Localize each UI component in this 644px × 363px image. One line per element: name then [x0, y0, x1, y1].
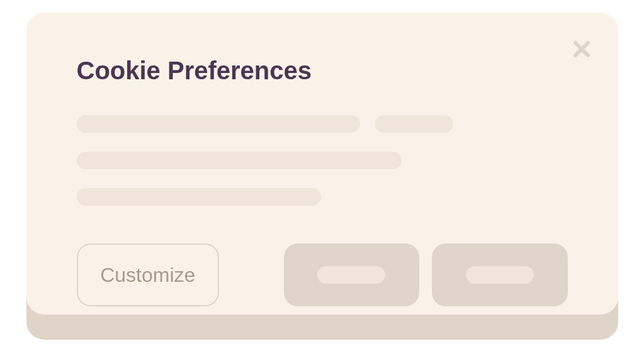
skeleton-row — [77, 188, 568, 206]
skeleton-line — [375, 115, 453, 133]
action-button-1[interactable] — [284, 243, 420, 306]
close-icon — [572, 39, 592, 59]
customize-button-label: Customize — [100, 264, 195, 287]
button-row: Customize — [77, 243, 568, 306]
skeleton-line — [77, 188, 321, 206]
button-spacer — [232, 243, 271, 306]
skeleton-row — [77, 115, 568, 133]
modal-title: Cookie Preferences — [77, 57, 568, 85]
description-placeholder — [77, 115, 568, 206]
button-label-placeholder — [317, 266, 385, 284]
skeleton-line — [77, 115, 360, 133]
button-label-placeholder — [466, 266, 534, 284]
customize-button[interactable]: Customize — [77, 243, 219, 306]
skeleton-row — [77, 152, 568, 169]
skeleton-line — [77, 152, 402, 169]
action-button-2[interactable] — [432, 243, 568, 306]
cookie-preferences-modal-container: Cookie Preferences Customize — [26, 13, 618, 315]
close-button[interactable] — [569, 36, 594, 62]
cookie-preferences-modal: Cookie Preferences Customize — [26, 13, 618, 315]
